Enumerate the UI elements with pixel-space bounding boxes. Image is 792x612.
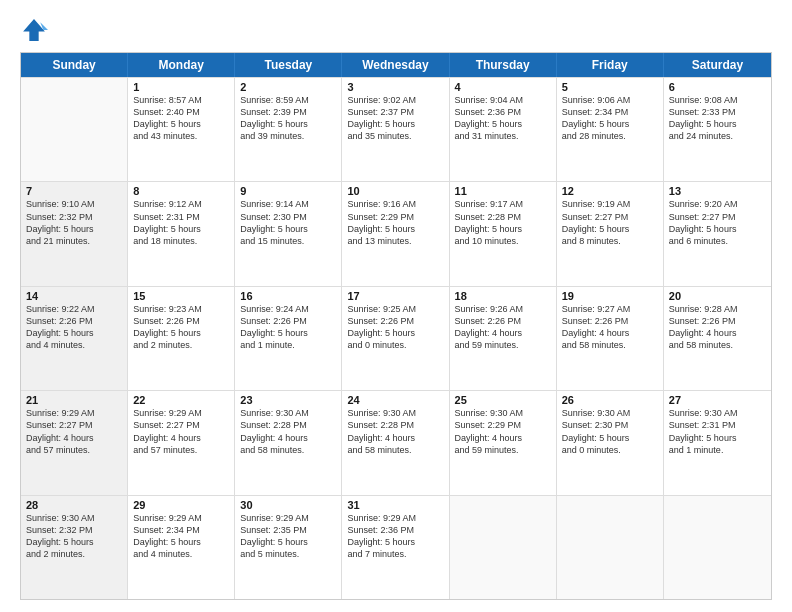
header-day-saturday: Saturday [664,53,771,77]
day-info: Sunrise: 9:30 AM Sunset: 2:28 PM Dayligh… [347,407,443,456]
day-info: Sunrise: 9:29 AM Sunset: 2:27 PM Dayligh… [133,407,229,456]
day-number: 4 [455,81,551,93]
day-info: Sunrise: 9:16 AM Sunset: 2:29 PM Dayligh… [347,198,443,247]
day-info: Sunrise: 9:08 AM Sunset: 2:33 PM Dayligh… [669,94,766,143]
day-info: Sunrise: 9:06 AM Sunset: 2:34 PM Dayligh… [562,94,658,143]
day-number: 8 [133,185,229,197]
day-number: 19 [562,290,658,302]
day-info: Sunrise: 9:22 AM Sunset: 2:26 PM Dayligh… [26,303,122,352]
day-info: Sunrise: 9:30 AM Sunset: 2:28 PM Dayligh… [240,407,336,456]
day-info: Sunrise: 9:19 AM Sunset: 2:27 PM Dayligh… [562,198,658,247]
header-day-sunday: Sunday [21,53,128,77]
day-number: 30 [240,499,336,511]
calendar-cell: 7Sunrise: 9:10 AM Sunset: 2:32 PM Daylig… [21,182,128,285]
day-info: Sunrise: 8:59 AM Sunset: 2:39 PM Dayligh… [240,94,336,143]
day-number: 31 [347,499,443,511]
calendar-cell: 14Sunrise: 9:22 AM Sunset: 2:26 PM Dayli… [21,287,128,390]
calendar-cell: 9Sunrise: 9:14 AM Sunset: 2:30 PM Daylig… [235,182,342,285]
day-number: 28 [26,499,122,511]
day-number: 17 [347,290,443,302]
calendar-cell [21,78,128,181]
header-day-friday: Friday [557,53,664,77]
day-info: Sunrise: 9:28 AM Sunset: 2:26 PM Dayligh… [669,303,766,352]
calendar-cell: 26Sunrise: 9:30 AM Sunset: 2:30 PM Dayli… [557,391,664,494]
day-info: Sunrise: 9:24 AM Sunset: 2:26 PM Dayligh… [240,303,336,352]
day-number: 3 [347,81,443,93]
header [20,16,772,44]
day-info: Sunrise: 9:26 AM Sunset: 2:26 PM Dayligh… [455,303,551,352]
header-day-monday: Monday [128,53,235,77]
calendar-cell: 1Sunrise: 8:57 AM Sunset: 2:40 PM Daylig… [128,78,235,181]
day-number: 2 [240,81,336,93]
day-number: 16 [240,290,336,302]
calendar-cell: 29Sunrise: 9:29 AM Sunset: 2:34 PM Dayli… [128,496,235,599]
day-number: 27 [669,394,766,406]
header-day-thursday: Thursday [450,53,557,77]
calendar-cell: 13Sunrise: 9:20 AM Sunset: 2:27 PM Dayli… [664,182,771,285]
day-info: Sunrise: 9:29 AM Sunset: 2:36 PM Dayligh… [347,512,443,561]
day-number: 10 [347,185,443,197]
svg-marker-0 [23,19,45,41]
day-info: Sunrise: 9:27 AM Sunset: 2:26 PM Dayligh… [562,303,658,352]
calendar-cell: 18Sunrise: 9:26 AM Sunset: 2:26 PM Dayli… [450,287,557,390]
calendar-header: SundayMondayTuesdayWednesdayThursdayFrid… [21,53,771,77]
day-number: 20 [669,290,766,302]
calendar-cell: 30Sunrise: 9:29 AM Sunset: 2:35 PM Dayli… [235,496,342,599]
calendar-row-2: 14Sunrise: 9:22 AM Sunset: 2:26 PM Dayli… [21,286,771,390]
day-info: Sunrise: 9:10 AM Sunset: 2:32 PM Dayligh… [26,198,122,247]
day-number: 22 [133,394,229,406]
calendar-cell: 17Sunrise: 9:25 AM Sunset: 2:26 PM Dayli… [342,287,449,390]
day-number: 7 [26,185,122,197]
day-info: Sunrise: 9:20 AM Sunset: 2:27 PM Dayligh… [669,198,766,247]
day-number: 12 [562,185,658,197]
calendar-cell: 4Sunrise: 9:04 AM Sunset: 2:36 PM Daylig… [450,78,557,181]
calendar-cell: 11Sunrise: 9:17 AM Sunset: 2:28 PM Dayli… [450,182,557,285]
calendar-cell: 27Sunrise: 9:30 AM Sunset: 2:31 PM Dayli… [664,391,771,494]
day-number: 1 [133,81,229,93]
day-number: 18 [455,290,551,302]
day-number: 24 [347,394,443,406]
day-info: Sunrise: 9:30 AM Sunset: 2:29 PM Dayligh… [455,407,551,456]
calendar-row-4: 28Sunrise: 9:30 AM Sunset: 2:32 PM Dayli… [21,495,771,599]
day-number: 14 [26,290,122,302]
calendar-cell: 28Sunrise: 9:30 AM Sunset: 2:32 PM Dayli… [21,496,128,599]
calendar-body: 1Sunrise: 8:57 AM Sunset: 2:40 PM Daylig… [21,77,771,599]
day-number: 9 [240,185,336,197]
day-info: Sunrise: 9:30 AM Sunset: 2:32 PM Dayligh… [26,512,122,561]
day-number: 13 [669,185,766,197]
calendar-cell: 15Sunrise: 9:23 AM Sunset: 2:26 PM Dayli… [128,287,235,390]
calendar-cell: 5Sunrise: 9:06 AM Sunset: 2:34 PM Daylig… [557,78,664,181]
day-number: 29 [133,499,229,511]
day-info: Sunrise: 9:30 AM Sunset: 2:31 PM Dayligh… [669,407,766,456]
header-day-wednesday: Wednesday [342,53,449,77]
calendar-cell: 22Sunrise: 9:29 AM Sunset: 2:27 PM Dayli… [128,391,235,494]
logo-icon [20,16,48,44]
calendar-cell: 23Sunrise: 9:30 AM Sunset: 2:28 PM Dayli… [235,391,342,494]
calendar-cell: 20Sunrise: 9:28 AM Sunset: 2:26 PM Dayli… [664,287,771,390]
calendar-row-0: 1Sunrise: 8:57 AM Sunset: 2:40 PM Daylig… [21,77,771,181]
calendar-row-1: 7Sunrise: 9:10 AM Sunset: 2:32 PM Daylig… [21,181,771,285]
calendar-cell: 8Sunrise: 9:12 AM Sunset: 2:31 PM Daylig… [128,182,235,285]
calendar-cell: 3Sunrise: 9:02 AM Sunset: 2:37 PM Daylig… [342,78,449,181]
calendar-cell: 19Sunrise: 9:27 AM Sunset: 2:26 PM Dayli… [557,287,664,390]
calendar-row-3: 21Sunrise: 9:29 AM Sunset: 2:27 PM Dayli… [21,390,771,494]
day-info: Sunrise: 9:02 AM Sunset: 2:37 PM Dayligh… [347,94,443,143]
calendar-cell: 6Sunrise: 9:08 AM Sunset: 2:33 PM Daylig… [664,78,771,181]
day-number: 5 [562,81,658,93]
day-number: 6 [669,81,766,93]
day-info: Sunrise: 9:12 AM Sunset: 2:31 PM Dayligh… [133,198,229,247]
day-number: 11 [455,185,551,197]
calendar-cell: 10Sunrise: 9:16 AM Sunset: 2:29 PM Dayli… [342,182,449,285]
day-info: Sunrise: 9:25 AM Sunset: 2:26 PM Dayligh… [347,303,443,352]
day-number: 23 [240,394,336,406]
day-info: Sunrise: 9:29 AM Sunset: 2:27 PM Dayligh… [26,407,122,456]
day-info: Sunrise: 9:17 AM Sunset: 2:28 PM Dayligh… [455,198,551,247]
day-info: Sunrise: 9:30 AM Sunset: 2:30 PM Dayligh… [562,407,658,456]
day-info: Sunrise: 9:04 AM Sunset: 2:36 PM Dayligh… [455,94,551,143]
calendar-cell: 2Sunrise: 8:59 AM Sunset: 2:39 PM Daylig… [235,78,342,181]
day-number: 25 [455,394,551,406]
calendar-cell [557,496,664,599]
logo [20,16,52,44]
calendar-cell: 31Sunrise: 9:29 AM Sunset: 2:36 PM Dayli… [342,496,449,599]
day-info: Sunrise: 9:29 AM Sunset: 2:35 PM Dayligh… [240,512,336,561]
